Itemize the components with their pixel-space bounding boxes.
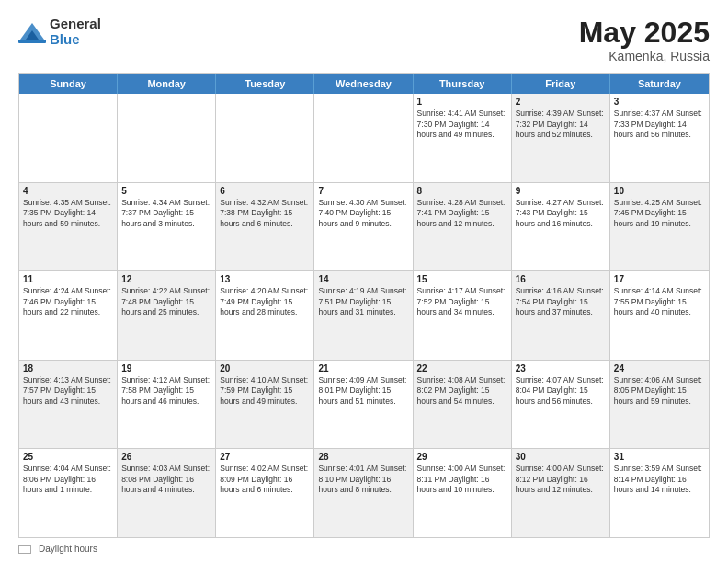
- cell-text: Sunrise: 4:28 AM Sunset: 7:41 PM Dayligh…: [417, 198, 507, 229]
- day-number: 3: [614, 97, 705, 107]
- calendar-cell: 30Sunrise: 4:00 AM Sunset: 8:12 PM Dayli…: [512, 449, 610, 537]
- calendar-cell: 29Sunrise: 4:00 AM Sunset: 8:11 PM Dayli…: [414, 449, 512, 537]
- calendar-cell: 8Sunrise: 4:28 AM Sunset: 7:41 PM Daylig…: [414, 183, 512, 271]
- weekday-header-tuesday: Tuesday: [216, 74, 314, 94]
- day-number: 4: [23, 186, 113, 196]
- day-number: 22: [417, 363, 507, 373]
- cell-text: Sunrise: 4:07 AM Sunset: 8:04 PM Dayligh…: [516, 375, 606, 407]
- cell-text: Sunrise: 4:20 AM Sunset: 7:49 PM Dayligh…: [220, 286, 310, 317]
- weekday-header-sunday: Sunday: [19, 74, 118, 94]
- day-number: 28: [318, 452, 408, 462]
- weekday-header-monday: Monday: [118, 74, 216, 94]
- logo-icon: [18, 19, 46, 45]
- daylight-box-icon: [18, 545, 31, 554]
- cell-text: Sunrise: 4:34 AM Sunset: 7:37 PM Dayligh…: [121, 198, 211, 229]
- cell-text: Sunrise: 4:17 AM Sunset: 7:52 PM Dayligh…: [417, 286, 507, 317]
- calendar-cell: 23Sunrise: 4:07 AM Sunset: 8:04 PM Dayli…: [512, 361, 610, 449]
- day-number: 1: [417, 97, 507, 107]
- day-number: 5: [121, 186, 211, 196]
- cell-text: Sunrise: 4:13 AM Sunset: 7:57 PM Dayligh…: [23, 375, 113, 407]
- logo-text: General Blue: [50, 17, 101, 47]
- header: General Blue May 2025 Kamenka, Russia: [18, 17, 710, 63]
- day-number: 27: [220, 452, 310, 462]
- cell-text: Sunrise: 4:37 AM Sunset: 7:33 PM Dayligh…: [614, 109, 705, 140]
- footer: Daylight hours: [18, 544, 710, 554]
- day-number: 7: [318, 186, 408, 196]
- calendar-cell: 28Sunrise: 4:01 AM Sunset: 8:10 PM Dayli…: [314, 449, 413, 537]
- cell-text: Sunrise: 4:06 AM Sunset: 8:05 PM Dayligh…: [614, 375, 705, 407]
- title-block: May 2025 Kamenka, Russia: [579, 17, 710, 63]
- calendar-cell: 22Sunrise: 4:08 AM Sunset: 8:02 PM Dayli…: [414, 361, 512, 449]
- day-number: 16: [516, 274, 606, 284]
- calendar-cell: 9Sunrise: 4:27 AM Sunset: 7:43 PM Daylig…: [512, 183, 610, 271]
- day-number: 30: [516, 452, 606, 462]
- day-number: 12: [121, 274, 211, 284]
- cell-text: Sunrise: 4:16 AM Sunset: 7:54 PM Dayligh…: [516, 286, 606, 317]
- calendar-cell: 18Sunrise: 4:13 AM Sunset: 7:57 PM Dayli…: [19, 361, 118, 449]
- cell-text: Sunrise: 4:01 AM Sunset: 8:10 PM Dayligh…: [318, 464, 408, 495]
- cell-text: Sunrise: 4:25 AM Sunset: 7:45 PM Dayligh…: [614, 198, 705, 229]
- calendar-body: 1Sunrise: 4:41 AM Sunset: 7:30 PM Daylig…: [19, 94, 709, 537]
- calendar-cell: [19, 94, 118, 182]
- calendar-cell: 6Sunrise: 4:32 AM Sunset: 7:38 PM Daylig…: [216, 183, 314, 271]
- day-number: 2: [516, 97, 606, 107]
- cell-text: Sunrise: 4:24 AM Sunset: 7:46 PM Dayligh…: [23, 286, 113, 317]
- cell-text: Sunrise: 4:02 AM Sunset: 8:09 PM Dayligh…: [220, 464, 310, 495]
- day-number: 23: [516, 363, 606, 373]
- calendar-cell: 15Sunrise: 4:17 AM Sunset: 7:52 PM Dayli…: [414, 271, 512, 360]
- weekday-header-saturday: Saturday: [610, 74, 709, 94]
- cell-text: Sunrise: 4:30 AM Sunset: 7:40 PM Dayligh…: [318, 198, 408, 229]
- day-number: 17: [614, 274, 705, 284]
- calendar-cell: 12Sunrise: 4:22 AM Sunset: 7:48 PM Dayli…: [118, 271, 216, 360]
- calendar-cell: [118, 94, 216, 182]
- daylight-label: Daylight hours: [39, 544, 97, 554]
- calendar-cell: 17Sunrise: 4:14 AM Sunset: 7:55 PM Dayli…: [610, 271, 709, 360]
- weekday-header-thursday: Thursday: [414, 74, 512, 94]
- calendar-cell: 3Sunrise: 4:37 AM Sunset: 7:33 PM Daylig…: [610, 94, 709, 182]
- cell-text: Sunrise: 4:12 AM Sunset: 7:58 PM Dayligh…: [121, 375, 211, 407]
- calendar-cell: 20Sunrise: 4:10 AM Sunset: 7:59 PM Dayli…: [216, 361, 314, 449]
- day-number: 10: [614, 186, 705, 196]
- weekday-header-friday: Friday: [512, 74, 610, 94]
- calendar-row-2: 4Sunrise: 4:35 AM Sunset: 7:35 PM Daylig…: [19, 182, 709, 271]
- cell-text: Sunrise: 4:27 AM Sunset: 7:43 PM Dayligh…: [516, 198, 606, 229]
- svg-rect-2: [18, 40, 46, 43]
- calendar-cell: 13Sunrise: 4:20 AM Sunset: 7:49 PM Dayli…: [216, 271, 314, 360]
- calendar-cell: 31Sunrise: 3:59 AM Sunset: 8:14 PM Dayli…: [610, 449, 709, 537]
- day-number: 21: [318, 363, 408, 373]
- logo: General Blue: [18, 17, 101, 47]
- page: General Blue May 2025 Kamenka, Russia Su…: [0, 0, 728, 563]
- calendar-cell: 10Sunrise: 4:25 AM Sunset: 7:45 PM Dayli…: [610, 183, 709, 271]
- calendar-cell: 2Sunrise: 4:39 AM Sunset: 7:32 PM Daylig…: [512, 94, 610, 182]
- calendar-cell: 21Sunrise: 4:09 AM Sunset: 8:01 PM Dayli…: [314, 361, 413, 449]
- day-number: 25: [23, 452, 113, 462]
- calendar-cell: [314, 94, 413, 182]
- logo-general: General: [50, 17, 101, 32]
- calendar-row-3: 11Sunrise: 4:24 AM Sunset: 7:46 PM Dayli…: [19, 270, 709, 360]
- calendar: SundayMondayTuesdayWednesdayThursdayFrid…: [18, 73, 710, 538]
- day-number: 6: [220, 186, 310, 196]
- day-number: 29: [417, 452, 507, 462]
- calendar-cell: 19Sunrise: 4:12 AM Sunset: 7:58 PM Dayli…: [118, 361, 216, 449]
- day-number: 11: [23, 274, 113, 284]
- page-title: May 2025: [579, 17, 710, 49]
- calendar-cell: 16Sunrise: 4:16 AM Sunset: 7:54 PM Dayli…: [512, 271, 610, 360]
- cell-text: Sunrise: 3:59 AM Sunset: 8:14 PM Dayligh…: [614, 464, 705, 495]
- calendar-cell: 11Sunrise: 4:24 AM Sunset: 7:46 PM Dayli…: [19, 271, 118, 360]
- calendar-row-1: 1Sunrise: 4:41 AM Sunset: 7:30 PM Daylig…: [19, 94, 709, 182]
- calendar-cell: 27Sunrise: 4:02 AM Sunset: 8:09 PM Dayli…: [216, 449, 314, 537]
- calendar-header: SundayMondayTuesdayWednesdayThursdayFrid…: [19, 74, 709, 94]
- cell-text: Sunrise: 4:10 AM Sunset: 7:59 PM Dayligh…: [220, 375, 310, 407]
- weekday-header-wednesday: Wednesday: [314, 74, 413, 94]
- cell-text: Sunrise: 4:39 AM Sunset: 7:32 PM Dayligh…: [516, 109, 606, 140]
- cell-text: Sunrise: 4:08 AM Sunset: 8:02 PM Dayligh…: [417, 375, 507, 407]
- cell-text: Sunrise: 4:22 AM Sunset: 7:48 PM Dayligh…: [121, 286, 211, 317]
- day-number: 9: [516, 186, 606, 196]
- day-number: 18: [23, 363, 113, 373]
- calendar-row-5: 25Sunrise: 4:04 AM Sunset: 8:06 PM Dayli…: [19, 448, 709, 537]
- day-number: 31: [614, 452, 705, 462]
- cell-text: Sunrise: 4:19 AM Sunset: 7:51 PM Dayligh…: [318, 286, 408, 317]
- day-number: 15: [417, 274, 507, 284]
- day-number: 20: [220, 363, 310, 373]
- day-number: 26: [121, 452, 211, 462]
